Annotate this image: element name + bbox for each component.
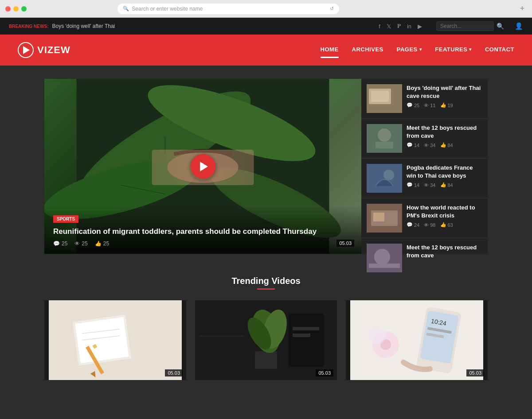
minimize-dot[interactable] bbox=[13, 6, 19, 12]
breaking-news-text: Boys 'doing well' after Thai bbox=[52, 23, 115, 29]
s2-views: 👁 34 bbox=[424, 143, 435, 148]
s4-comments: 💬 24 bbox=[407, 222, 419, 228]
comment-icon: 💬 bbox=[407, 182, 413, 188]
s3-views: 👁 34 bbox=[424, 182, 435, 188]
reload-icon[interactable]: ↺ bbox=[330, 6, 334, 12]
sidebar-thumb-1 bbox=[367, 84, 402, 113]
sidebar-article-5[interactable]: Meet the 12 boys rescued from cave bbox=[361, 238, 488, 278]
sidebar-thumb-3 bbox=[367, 164, 402, 193]
nav-archives[interactable]: ARCHIVES bbox=[352, 46, 383, 54]
search-icon: 🔍 bbox=[123, 6, 129, 12]
top-bar: BREAKING NEWS: Boys 'doing well' after T… bbox=[0, 18, 532, 35]
like-icon: 👍 bbox=[440, 102, 446, 108]
twitter-icon[interactable]: 𝕏 bbox=[387, 23, 391, 30]
sidebar-thumb-5 bbox=[367, 244, 402, 272]
sidebar-title-4: How the world reacted to PM's Brexit cri… bbox=[407, 204, 482, 219]
sidebar-article-1[interactable]: Boys 'doing well' after Thai cave rescue… bbox=[361, 79, 488, 119]
trending-badge-2: 05.03 bbox=[316, 369, 333, 376]
svg-rect-42 bbox=[293, 327, 319, 330]
add-tab-button[interactable]: + bbox=[518, 4, 527, 13]
sidebar-meta-3: 💬 14 👁 34 👍 84 bbox=[407, 182, 482, 188]
main-nav: HOME ARCHIVES PAGES ▾ FEATURES ▾ CONTACT bbox=[321, 46, 514, 54]
social-links: f 𝕏 𝐏 in ▶ bbox=[379, 23, 422, 30]
nav-pages[interactable]: PAGES ▾ bbox=[397, 46, 422, 54]
trending-section: Trending Videos 05.03 bbox=[44, 276, 488, 380]
s3-likes: 👍 84 bbox=[440, 182, 453, 188]
eye-icon: 👁 bbox=[424, 222, 429, 228]
svg-rect-19 bbox=[367, 164, 402, 193]
svg-point-20 bbox=[383, 170, 394, 180]
trending-card-2[interactable]: 05.03 bbox=[195, 300, 337, 380]
eye-icon: 👁 bbox=[424, 143, 429, 148]
s2-comments: 💬 14 bbox=[407, 142, 419, 148]
youtube-icon[interactable]: ▶ bbox=[418, 23, 422, 30]
sidebar-article-3[interactable]: Pogba dedicates France win to Thai cave … bbox=[361, 159, 488, 198]
sidebar-content-4: How the world reacted to PM's Brexit cri… bbox=[402, 204, 482, 228]
category-tag[interactable]: SPORTS bbox=[53, 215, 78, 223]
breaking-news-label: BREAKING NEWS: bbox=[9, 24, 48, 29]
sidebar-title-5: Meet the 12 boys rescued from cave bbox=[407, 244, 482, 259]
play-icon bbox=[200, 162, 208, 171]
s1-likes: 👍 19 bbox=[440, 102, 453, 108]
svg-point-17 bbox=[378, 128, 391, 142]
pages-chevron-icon: ▾ bbox=[419, 47, 422, 52]
features-chevron-icon: ▾ bbox=[469, 47, 472, 52]
sidebar-content-2: Meet the 12 boys rescued from cave 💬 14 … bbox=[402, 124, 482, 148]
s4-views: 👁 98 bbox=[424, 222, 435, 228]
s2-likes: 👍 84 bbox=[440, 142, 453, 148]
s1-views: 👁 11 bbox=[424, 103, 435, 108]
logo[interactable]: VIZEW bbox=[18, 42, 70, 58]
svg-rect-26 bbox=[369, 264, 400, 268]
svg-rect-40 bbox=[288, 314, 324, 367]
eye-icon: 👁 bbox=[424, 103, 429, 108]
sidebar-meta-2: 💬 14 👁 34 👍 84 bbox=[407, 142, 482, 148]
svg-rect-23 bbox=[373, 213, 384, 221]
sidebar-article-4[interactable]: How the world reacted to PM's Brexit cri… bbox=[361, 198, 488, 238]
maximize-dot[interactable] bbox=[21, 6, 27, 12]
browser-chrome: 🔍 Search or enter website name ↺ + bbox=[0, 0, 532, 18]
like-icon: 👍 bbox=[440, 142, 446, 148]
featured-meta: 💬 25 👁 25 👍 25 bbox=[53, 241, 352, 247]
eye-icon: 👁 bbox=[424, 182, 429, 188]
sidebar-meta-1: 💬 25 👁 11 👍 19 bbox=[407, 102, 482, 108]
s1-comments: 💬 25 bbox=[407, 102, 419, 108]
search-input[interactable] bbox=[436, 21, 494, 31]
nav-features[interactable]: FEATURES ▾ bbox=[435, 46, 472, 54]
search-icon[interactable]: 🔍 bbox=[497, 23, 504, 30]
trending-badge-1: 05.03 bbox=[165, 369, 183, 376]
close-dot[interactable] bbox=[5, 6, 11, 12]
featured-overlay: SPORTS Reunification of migrant toddlers… bbox=[44, 206, 361, 254]
sidebar-title-2: Meet the 12 boys rescued from cave bbox=[407, 124, 482, 140]
like-icon: 👍 bbox=[440, 222, 446, 228]
featured-title: Reunification of migrant toddlers, paren… bbox=[53, 226, 352, 237]
timestamp-badge: 05.03 bbox=[336, 240, 354, 247]
featured-article[interactable]: SPORTS Reunification of migrant toddlers… bbox=[44, 79, 361, 254]
svg-point-52 bbox=[368, 327, 386, 345]
trending-card-3[interactable]: 10:24 05.03 bbox=[346, 300, 488, 380]
sidebar-content-1: Boys 'doing well' after Thai cave rescue… bbox=[402, 84, 482, 108]
views-count: 👁 25 bbox=[74, 241, 87, 247]
play-button[interactable] bbox=[191, 154, 215, 179]
top-search[interactable]: 🔍 bbox=[436, 21, 504, 31]
sidebar-article-2[interactable]: Meet the 12 boys rescued from cave 💬 14 … bbox=[361, 119, 488, 159]
svg-point-25 bbox=[374, 249, 390, 265]
pinterest-icon[interactable]: 𝐏 bbox=[397, 23, 401, 30]
address-bar[interactable]: 🔍 Search or enter website name ↺ bbox=[117, 4, 339, 14]
sidebar-title-1: Boys 'doing well' after Thai cave rescue bbox=[407, 84, 482, 100]
svg-rect-15 bbox=[371, 91, 389, 102]
svg-rect-18 bbox=[376, 142, 393, 148]
logo-icon bbox=[18, 42, 34, 58]
top-icons: 👤 bbox=[515, 22, 523, 30]
user-icon[interactable]: 👤 bbox=[515, 22, 523, 30]
section-title: Trending Videos bbox=[231, 276, 300, 290]
trending-card-1[interactable]: 05.03 bbox=[44, 300, 186, 380]
facebook-icon[interactable]: f bbox=[379, 23, 380, 30]
like-icon: 👍 bbox=[95, 241, 102, 247]
sidebar-content-3: Pogba dedicates France win to Thai cave … bbox=[402, 164, 482, 188]
linkedin-icon[interactable]: in bbox=[407, 23, 411, 30]
comments-count: 💬 25 bbox=[53, 241, 67, 247]
play-icon bbox=[23, 46, 30, 54]
comment-icon: 💬 bbox=[407, 142, 413, 148]
nav-contact[interactable]: CONTACT bbox=[485, 46, 514, 54]
nav-home[interactable]: HOME bbox=[321, 46, 339, 54]
